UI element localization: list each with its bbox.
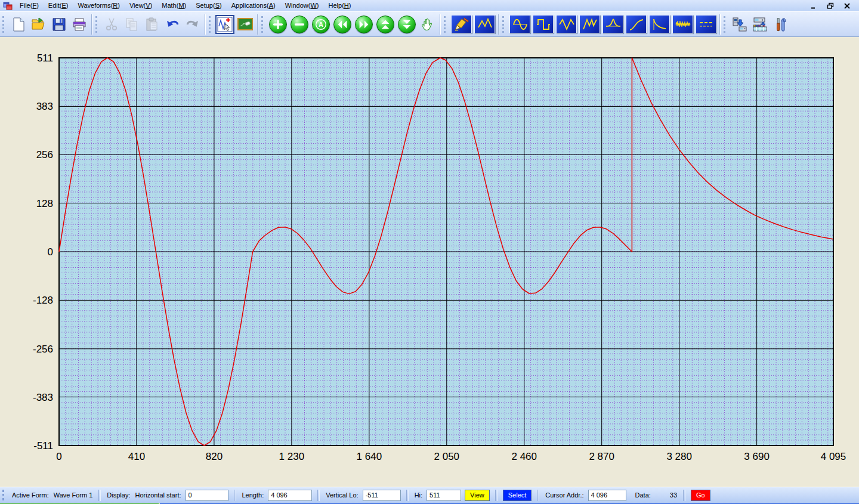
square-wave-button[interactable] — [533, 15, 554, 33]
undo-button[interactable] — [163, 15, 182, 34]
sawtooth-wave-button[interactable] — [579, 15, 600, 33]
toolbar: A — [0, 11, 859, 37]
scroll-down-button[interactable] — [398, 16, 416, 33]
select-button[interactable]: Select — [503, 490, 532, 501]
menu-item-view[interactable]: View(V) — [125, 1, 157, 11]
zoom-out-button[interactable] — [291, 16, 308, 33]
view-button[interactable]: View — [465, 490, 490, 501]
hand-icon — [420, 17, 435, 32]
scroll-right-button[interactable] — [355, 16, 373, 33]
hi-label: Hi: — [415, 491, 422, 499]
print-button[interactable] — [70, 15, 89, 34]
triangle-icon — [558, 17, 575, 32]
tools-settings-button[interactable] — [771, 15, 790, 34]
horizontal-start-input[interactable] — [186, 490, 228, 501]
send-to-instrument-button[interactable] — [730, 15, 749, 34]
x-axis-tick-label: 820 — [206, 451, 223, 462]
save-button[interactable] — [50, 15, 69, 34]
x-axis-tick-label: 2 460 — [511, 451, 537, 462]
new-icon — [11, 17, 26, 32]
menu-item-help[interactable]: Help(H) — [324, 1, 356, 11]
y-axis-tick-label: -383 — [33, 392, 53, 403]
y-axis-tick-label: 0 — [48, 246, 53, 258]
x-axis-tick-label: 1 230 — [279, 451, 305, 462]
send-icon — [732, 17, 747, 32]
sketch-board-button[interactable] — [236, 15, 255, 34]
statusbar-separator — [234, 490, 236, 501]
new-button[interactable] — [9, 15, 28, 34]
menu-item-applications[interactable]: Applications(A) — [227, 1, 280, 11]
close-button[interactable] — [843, 2, 851, 10]
toolbar-separator — [719, 14, 721, 35]
x-axis-tick-label: 3 280 — [666, 451, 692, 462]
vertical-lo-input[interactable] — [363, 490, 401, 501]
menu-item-file[interactable]: File(F) — [15, 1, 44, 11]
go-button[interactable]: Go — [691, 490, 710, 501]
menu-item-setup[interactable]: Setup(S) — [191, 1, 226, 11]
menu-bar: File(F)Edit(E)Waveforms(R)View(V)Math(M)… — [0, 0, 859, 11]
zout-icon — [292, 17, 307, 32]
scroll-up-button[interactable] — [376, 16, 394, 33]
y-axis-tick-label: -511 — [33, 440, 53, 452]
data-value: 33 — [670, 491, 677, 499]
expdecay-icon — [651, 17, 668, 32]
waveform-canvas-panel: 5113832561280-128-256-383-51104108201 23… — [0, 37, 859, 487]
cursor-addr-input[interactable] — [588, 490, 626, 501]
toolbar-grip-icon — [95, 16, 99, 33]
menu-item-window[interactable]: Window(W) — [280, 1, 324, 11]
draw-freehand-button[interactable] — [451, 15, 472, 33]
active-form-label: Active Form: — [12, 491, 49, 499]
edit-waveform-button[interactable] — [215, 15, 234, 34]
paste-button — [143, 15, 162, 34]
hi-input[interactable] — [427, 490, 461, 501]
dc-icon — [698, 17, 715, 32]
display-label: Display: — [107, 491, 130, 499]
statusbar-separator — [406, 490, 409, 501]
sinc-wave-button[interactable] — [602, 15, 623, 33]
open-button[interactable] — [29, 15, 48, 34]
y-axis-tick-label: -256 — [33, 344, 53, 355]
copy-button — [122, 15, 141, 34]
right-icon — [357, 17, 371, 32]
tools-icon — [773, 17, 788, 32]
y-axis-tick-label: 128 — [36, 198, 53, 209]
exp-rise-button[interactable] — [626, 15, 647, 33]
dc-level-button[interactable] — [696, 15, 716, 33]
zoom-in-button[interactable] — [269, 16, 287, 33]
draw-segments-button[interactable] — [474, 15, 495, 33]
cut-icon — [104, 17, 119, 32]
toolbar-grip-icon — [2, 16, 6, 33]
menu-item-waveforms[interactable]: Waveforms(R) — [73, 1, 125, 11]
app-icon[interactable] — [3, 1, 13, 11]
menu-item-math[interactable]: Math(M) — [157, 1, 191, 11]
scroll-left-button[interactable] — [333, 16, 351, 33]
exprise-icon — [628, 17, 645, 32]
toolbar-grip-icon — [209, 16, 212, 33]
zoom-all-button[interactable]: A — [312, 16, 330, 33]
waveform-data-table-button[interactable] — [750, 15, 770, 34]
saw-icon — [582, 17, 598, 32]
sine-wave-button[interactable] — [509, 15, 530, 33]
y-axis-tick-label: 256 — [36, 149, 53, 160]
down-icon — [400, 17, 414, 32]
redo-button[interactable] — [183, 15, 202, 34]
pan-hand-button[interactable] — [418, 15, 437, 34]
toolbar-separator — [440, 14, 441, 35]
y-axis-tick-label: 383 — [36, 101, 53, 112]
x-axis-tick-label: 1 640 — [357, 451, 382, 462]
waveform-chart[interactable]: 5113832561280-128-256-383-51104108201 23… — [0, 37, 859, 487]
zall-icon: A — [314, 17, 328, 32]
toolbar-separator — [257, 14, 258, 35]
statusbar-separator — [683, 490, 685, 501]
status-bar: Active Form: Wave Form 1 Display: Horizo… — [0, 487, 859, 503]
exp-decay-button[interactable] — [649, 15, 670, 33]
triangle-wave-button[interactable] — [556, 15, 577, 33]
menu-item-edit[interactable]: Edit(E) — [44, 1, 73, 11]
undo-icon — [165, 17, 180, 32]
minimize-button[interactable] — [809, 2, 818, 10]
restore-button[interactable] — [826, 2, 835, 10]
noise-wave-button[interactable] — [672, 15, 693, 33]
length-input[interactable] — [268, 490, 312, 501]
open-icon — [31, 17, 47, 32]
noise-icon — [675, 17, 691, 32]
